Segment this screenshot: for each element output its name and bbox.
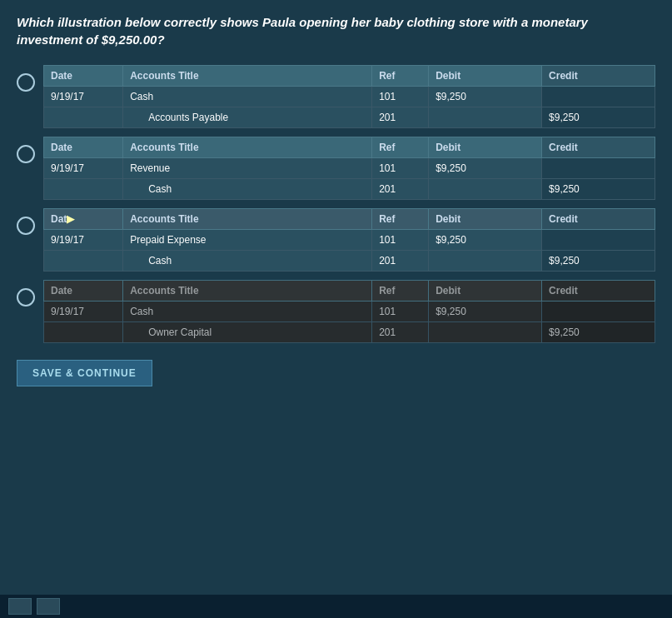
cell-date: 9/19/17 bbox=[44, 302, 123, 322]
cell-title: Accounts Payable bbox=[123, 107, 372, 128]
cell-date: 9/19/17 bbox=[44, 230, 123, 251]
cell-ref: 101 bbox=[372, 302, 429, 322]
cell-date bbox=[44, 107, 123, 128]
table-row: Cash 201 $9,250 bbox=[44, 251, 655, 272]
option-b-row[interactable]: Date Accounts Title Ref Debit Credit 9/1… bbox=[17, 137, 655, 200]
header-debit-d: Debit bbox=[429, 281, 542, 302]
cell-credit bbox=[542, 158, 655, 179]
nav-item-1[interactable] bbox=[8, 598, 32, 615]
radio-option-a[interactable] bbox=[17, 73, 35, 92]
header-credit-c: Credit bbox=[542, 209, 655, 230]
header-title-b: Accounts Title bbox=[123, 137, 372, 158]
header-title-c: Accounts Title bbox=[123, 209, 372, 230]
table-row: Owner Capital 201 $9,250 bbox=[44, 322, 655, 343]
table-option-a: Date Accounts Title Ref Debit Credit 9/1… bbox=[43, 65, 655, 128]
table-row: 9/19/17 Cash 101 $9,250 bbox=[44, 87, 655, 107]
save-continue-button[interactable]: SAVE & CONTINUE bbox=[17, 360, 152, 386]
cell-debit: $9,250 bbox=[429, 230, 542, 251]
table-option-d: Date Accounts Title Ref Debit Credit 9/1… bbox=[43, 280, 655, 343]
cell-credit: $9,250 bbox=[542, 251, 655, 272]
header-date-a: Date bbox=[44, 66, 123, 87]
cell-credit: $9,250 bbox=[542, 322, 655, 343]
save-btn-area: SAVE & CONTINUE bbox=[0, 351, 672, 395]
cell-title: Prepaid Expense bbox=[123, 230, 372, 251]
cell-ref: 201 bbox=[372, 179, 429, 200]
header-title-a: Accounts Title bbox=[123, 66, 372, 87]
bottom-nav bbox=[8, 598, 60, 615]
question-area: Which illustration below correctly shows… bbox=[0, 0, 672, 58]
nav-item-2[interactable] bbox=[37, 598, 60, 615]
header-date-c: Dat▶ bbox=[44, 209, 123, 230]
header-date-d: Date bbox=[44, 281, 123, 302]
cell-credit bbox=[542, 87, 655, 107]
cell-date: 9/19/17 bbox=[44, 87, 123, 107]
cell-debit bbox=[429, 107, 542, 128]
header-credit-d: Credit bbox=[542, 281, 655, 302]
cell-date bbox=[44, 322, 123, 343]
cell-date: 9/19/17 bbox=[44, 158, 123, 179]
table-row: Accounts Payable 201 $9,250 bbox=[44, 107, 655, 128]
cell-debit bbox=[429, 251, 542, 272]
cell-ref: 101 bbox=[372, 158, 429, 179]
cell-ref: 201 bbox=[372, 251, 429, 272]
radio-option-b[interactable] bbox=[17, 145, 35, 163]
cell-title: Revenue bbox=[123, 158, 372, 179]
header-credit-b: Credit bbox=[542, 137, 655, 158]
cell-credit bbox=[542, 302, 655, 322]
table-option-c: Dat▶ Accounts Title Ref Debit Credit 9/1… bbox=[43, 208, 655, 272]
cell-date bbox=[44, 179, 123, 200]
header-ref-d: Ref bbox=[372, 281, 429, 302]
cell-title: Cash bbox=[123, 302, 372, 322]
cell-ref: 101 bbox=[372, 87, 429, 107]
question-text: Which illustration below correctly shows… bbox=[17, 13, 655, 48]
header-debit-a: Debit bbox=[429, 66, 542, 87]
cell-credit: $9,250 bbox=[542, 107, 655, 128]
radio-option-c[interactable] bbox=[17, 217, 35, 235]
header-debit-b: Debit bbox=[429, 137, 542, 158]
cell-debit bbox=[429, 179, 542, 200]
cell-title: Cash bbox=[123, 251, 372, 272]
cell-title: Cash bbox=[123, 87, 372, 107]
cell-credit bbox=[542, 230, 655, 251]
cell-debit: $9,250 bbox=[429, 87, 542, 107]
cell-debit: $9,250 bbox=[429, 302, 542, 322]
header-credit-a: Credit bbox=[542, 66, 655, 87]
cell-date bbox=[44, 251, 123, 272]
option-c-row[interactable]: Dat▶ Accounts Title Ref Debit Credit 9/1… bbox=[17, 208, 655, 272]
header-ref-c: Ref bbox=[372, 209, 429, 230]
header-ref-b: Ref bbox=[372, 137, 429, 158]
table-row: Cash 201 $9,250 bbox=[44, 179, 655, 200]
cell-debit bbox=[429, 322, 542, 343]
header-date-b: Date bbox=[44, 137, 123, 158]
cell-title: Cash bbox=[123, 179, 372, 200]
header-debit-c: Debit bbox=[429, 209, 542, 230]
cell-debit: $9,250 bbox=[429, 158, 542, 179]
cell-ref: 201 bbox=[372, 322, 429, 343]
header-title-d: Accounts Title bbox=[123, 281, 372, 302]
bottom-bar bbox=[0, 595, 672, 618]
option-a-row[interactable]: Date Accounts Title Ref Debit Credit 9/1… bbox=[17, 65, 655, 128]
table-row: 9/19/17 Prepaid Expense 101 $9,250 bbox=[44, 230, 655, 251]
option-d-row[interactable]: Date Accounts Title Ref Debit Credit 9/1… bbox=[17, 280, 655, 343]
table-row: 9/19/17 Cash 101 $9,250 bbox=[44, 302, 655, 322]
cell-ref: 101 bbox=[372, 230, 429, 251]
table-row: 9/19/17 Revenue 101 $9,250 bbox=[44, 158, 655, 179]
options-area: Date Accounts Title Ref Debit Credit 9/1… bbox=[0, 58, 672, 351]
cell-credit: $9,250 bbox=[542, 179, 655, 200]
table-option-b: Date Accounts Title Ref Debit Credit 9/1… bbox=[43, 137, 655, 200]
header-ref-a: Ref bbox=[372, 66, 429, 87]
radio-option-d[interactable] bbox=[17, 288, 35, 307]
cell-ref: 201 bbox=[372, 107, 429, 128]
cell-title: Owner Capital bbox=[123, 322, 372, 343]
